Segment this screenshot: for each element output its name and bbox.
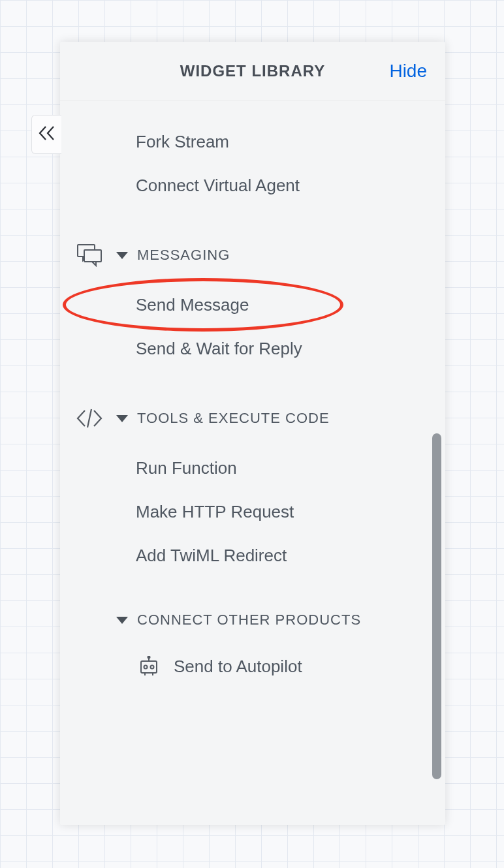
panel-body: Fork Stream Connect Virtual Agent MESSAG… <box>60 101 445 825</box>
section-label: CONNECT OTHER PRODUCTS <box>137 612 361 628</box>
widget-item-twiml-redirect[interactable]: Add TwiML Redirect <box>60 534 445 578</box>
speech-bubbles-icon <box>76 241 103 269</box>
section-label: MESSAGING <box>137 247 230 264</box>
panel-header: WIDGET LIBRARY Hide <box>60 42 445 101</box>
widget-item-send-to-autopilot[interactable]: Send to Autopilot <box>60 643 445 690</box>
widget-item-fork-stream[interactable]: Fork Stream <box>60 120 445 164</box>
hide-button[interactable]: Hide <box>389 61 427 82</box>
code-brackets-icon <box>76 405 103 432</box>
autopilot-icon <box>137 655 161 678</box>
section-label: TOOLS & EXECUTE CODE <box>137 410 330 427</box>
section-header-messaging[interactable]: MESSAGING <box>60 227 445 283</box>
caret-down-icon <box>116 617 128 624</box>
chevron-double-left-icon <box>37 125 57 144</box>
widget-library-panel: WIDGET LIBRARY Hide Fork Stream Connect … <box>60 42 445 825</box>
section-header-connect[interactable]: CONNECT OTHER PRODUCTS <box>60 597 445 643</box>
svg-rect-1 <box>84 250 101 262</box>
scrollbar-thumb[interactable] <box>432 433 441 779</box>
svg-point-4 <box>151 666 154 669</box>
widget-item-run-function[interactable]: Run Function <box>60 446 445 490</box>
panel-title: WIDGET LIBRARY <box>180 62 325 80</box>
widget-item-send-wait-reply[interactable]: Send & Wait for Reply <box>60 327 445 371</box>
widget-item-connect-virtual-agent[interactable]: Connect Virtual Agent <box>60 164 445 208</box>
svg-point-5 <box>148 657 150 659</box>
widget-item-label: Send Message <box>136 295 249 315</box>
caret-down-icon <box>116 252 128 259</box>
widget-item-send-message[interactable]: Send Message <box>60 283 445 327</box>
widget-item-http-request[interactable]: Make HTTP Request <box>60 490 445 534</box>
collapse-tab[interactable] <box>31 115 61 154</box>
widget-item-label: Send to Autopilot <box>174 657 302 677</box>
svg-point-3 <box>144 666 148 669</box>
section-header-tools[interactable]: TOOLS & EXECUTE CODE <box>60 390 445 446</box>
caret-down-icon <box>116 415 128 422</box>
